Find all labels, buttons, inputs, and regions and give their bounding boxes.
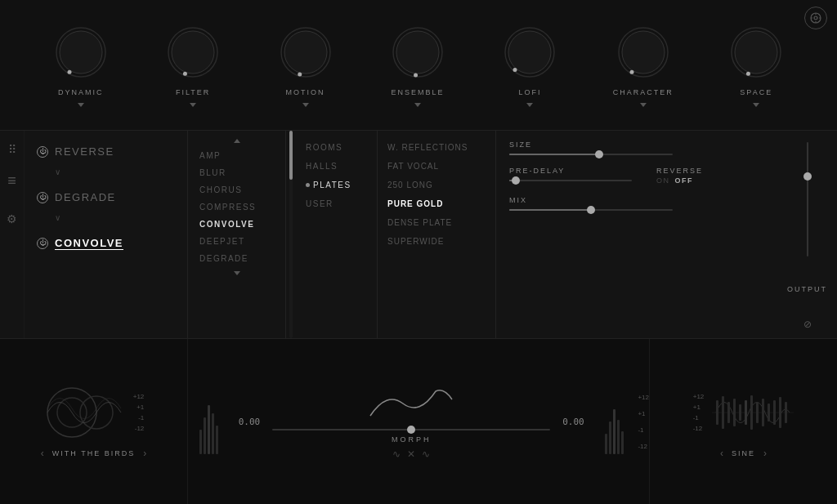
knob-motion-indicator xyxy=(302,103,309,107)
pre-delay-reverse-row: PRE-DELAY REVERSE ON OFF xyxy=(509,167,764,185)
morph-icon-1: ∿ xyxy=(392,448,401,460)
level-display-left: 0.00 xyxy=(229,417,270,427)
power-icon-degrade[interactable]: ⏻ xyxy=(37,192,48,203)
knob-space: SPACE xyxy=(727,23,786,107)
right-instrument-name: SINE xyxy=(732,449,755,457)
next-instrument-button[interactable]: › xyxy=(143,448,146,459)
knob-space-control[interactable] xyxy=(727,23,786,82)
knob-dynamic: DYNAMIC xyxy=(51,23,110,107)
knob-character-control[interactable] xyxy=(614,23,673,82)
category-compress[interactable]: COMPRESS xyxy=(195,199,279,215)
vu-bars-right-wrapper xyxy=(593,339,634,504)
category-convolve[interactable]: CONVOLVE xyxy=(195,216,279,232)
category-deepjet[interactable]: DEEPJET xyxy=(195,234,279,249)
fx-name-reverse: REVERSE xyxy=(55,145,114,158)
knob-filter: FILTER xyxy=(163,23,222,107)
svg-point-2 xyxy=(67,70,71,74)
on-label: ON xyxy=(656,176,670,185)
fx-item-convolve[interactable]: ⏻ CONVOLVE xyxy=(37,230,175,256)
power-icon-convolve[interactable]: ⏻ xyxy=(37,238,48,249)
mix-param: MIX xyxy=(509,196,764,211)
vu-bar xyxy=(216,426,218,454)
mix-label: MIX xyxy=(509,196,764,204)
size-slider[interactable] xyxy=(509,154,673,155)
morph-track-wrapper xyxy=(272,429,550,430)
scroll-bar[interactable] xyxy=(289,131,293,338)
knob-lofi-control[interactable] xyxy=(500,23,559,82)
fx-item-reverse[interactable]: ⏻ REVERSE xyxy=(37,139,175,164)
preset-superwide[interactable]: SUPERWIDE xyxy=(384,233,489,250)
subcat-rooms[interactable]: ROOMS xyxy=(302,139,370,156)
output-mute-icon[interactable]: ⊘ xyxy=(803,319,812,330)
morph-slider[interactable] xyxy=(272,429,550,430)
next-sine-button[interactable]: › xyxy=(763,448,767,459)
pre-delay-param: PRE-DELAY xyxy=(509,167,632,181)
knob-ensemble-control[interactable] xyxy=(388,23,447,82)
prev-sine-button[interactable]: ‹ xyxy=(720,448,723,459)
morph-bottom-icons: ∿ ✕ ∿ xyxy=(392,448,430,460)
vu-right: +12 +1 -1 -12 xyxy=(693,393,705,432)
knob-dynamic-indicator xyxy=(78,103,84,107)
vu-bar xyxy=(208,405,210,454)
knob-dynamic-control[interactable] xyxy=(51,23,110,82)
reverse-control: REVERSE ON OFF xyxy=(656,167,703,185)
settings-icon[interactable] xyxy=(804,7,827,29)
preset-dense-plate[interactable]: DENSE PLATE xyxy=(384,214,489,231)
svg-rect-41 xyxy=(773,400,776,425)
right-level-value: 0.00 xyxy=(562,417,584,427)
svg-rect-36 xyxy=(745,400,747,425)
subcat-halls[interactable]: HALLS xyxy=(302,158,370,175)
preset-fat-vocal[interactable]: FAT VOCAL xyxy=(384,158,489,175)
subcategory-panel: ROOMS HALLS PLATES USER xyxy=(296,131,378,338)
fx-name-degrade: DEGRADE xyxy=(55,191,116,203)
preset-pure-gold[interactable]: PURE GOLD xyxy=(384,195,489,212)
subcat-user[interactable]: USER xyxy=(302,195,370,212)
category-amp[interactable]: AMP xyxy=(195,148,279,163)
knob-filter-label: FILTER xyxy=(176,88,210,96)
svg-point-16 xyxy=(622,31,665,74)
svg-point-19 xyxy=(735,31,777,74)
vu-bars-left xyxy=(188,339,229,504)
vu-bar xyxy=(613,409,615,454)
preset-250-long[interactable]: 250 LONG xyxy=(384,176,489,194)
waveform-area-right: +12 +1 -1 -12 xyxy=(693,384,794,441)
grid-icon[interactable]: ⠿ xyxy=(8,143,16,156)
knob-filter-control[interactable] xyxy=(163,23,222,82)
knob-motion-control[interactable] xyxy=(276,23,335,82)
mix-slider[interactable] xyxy=(509,209,673,211)
size-label: SIZE xyxy=(509,140,764,149)
vu-left: +12 +1 -1 -12 xyxy=(133,393,145,432)
on-off-toggle[interactable]: ON OFF xyxy=(656,176,703,185)
subcat-plates[interactable]: PLATES xyxy=(302,176,370,194)
knob-lofi-indicator xyxy=(526,103,533,107)
category-blur[interactable]: BLUR xyxy=(195,165,279,181)
svg-point-5 xyxy=(183,72,187,76)
scroll-thumb xyxy=(289,131,293,180)
menu-icon[interactable]: ⚙ xyxy=(7,212,17,225)
category-chorus[interactable]: CHORUS xyxy=(195,182,279,198)
morph-label: MORPH xyxy=(392,435,432,444)
pre-delay-slider[interactable] xyxy=(509,180,632,181)
preset-w-reflections[interactable]: W. REFLECTIONS xyxy=(384,139,489,156)
scroll-down[interactable] xyxy=(195,271,279,275)
power-icon-reverse[interactable]: ⏻ xyxy=(37,146,48,158)
lines-icon[interactable]: ≡ xyxy=(7,172,16,190)
size-param: SIZE xyxy=(509,140,764,155)
svg-rect-42 xyxy=(779,397,781,428)
active-dot xyxy=(306,183,310,187)
left-icons: ⠿ ≡ ⚙ xyxy=(0,131,25,338)
vu-labels-right: +12 +1 -1 -12 xyxy=(638,389,649,454)
preset-panel: W. REFLECTIONS FAT VOCAL 250 LONG PURE G… xyxy=(378,131,496,338)
category-degrade[interactable]: DEGRADE xyxy=(195,251,279,266)
svg-rect-31 xyxy=(716,400,718,425)
output-slider[interactable] xyxy=(807,142,808,256)
fx-item-degrade[interactable]: ⏻ DEGRADE xyxy=(37,185,175,210)
waveform-area: +12 +1 -1 -12 xyxy=(43,384,145,441)
scroll-up[interactable] xyxy=(195,139,279,143)
knob-motion-label: MOTION xyxy=(286,88,325,96)
params-panel: SIZE PRE-DELAY REVERSE ON OFF xyxy=(496,131,777,338)
svg-rect-40 xyxy=(768,404,770,421)
svg-rect-38 xyxy=(756,402,759,423)
prev-instrument-button[interactable]: ‹ xyxy=(41,448,44,459)
vu-bar-group-left xyxy=(199,389,218,454)
